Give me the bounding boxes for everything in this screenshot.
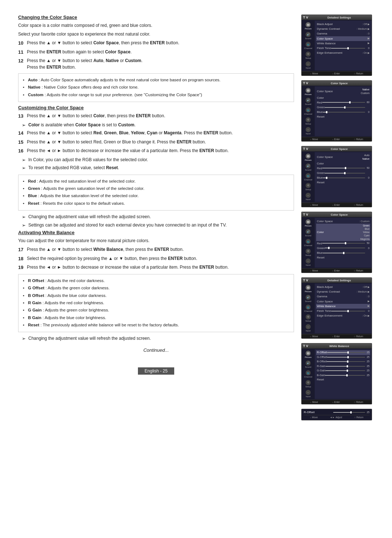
bullet-reset: • Reset : Resets the color space to the …: [23, 200, 289, 207]
right-panels: T V Detailed Settings 🖼 Picture 🔊 Sound …: [301, 15, 374, 420]
section-title-color-space: Changing the Color Space: [18, 15, 294, 20]
section-white-balance: Activating White Balance You can adjust …: [18, 230, 294, 342]
row-edge-enhancement-5: Edge Enhancement : On ▶: [316, 313, 370, 318]
row-green-2: Green: [316, 105, 370, 110]
wb-intro: You can adjust the color temperature for…: [18, 237, 294, 244]
tv-sidebar-3: 🖼 Picture 🔊 Sound 📺 Channel ⚙ Setup: [302, 152, 315, 202]
bullet-r-offset: • R Offset : Adjusts the red color darkn…: [23, 277, 289, 284]
row-flesh-tone-5: Flesh Tone 0: [316, 309, 370, 313]
arrow-reset-rgb: ➢ To reset the adjusted RGB value, selec…: [22, 164, 294, 172]
row-green-3: Green: [316, 171, 370, 175]
tv-sidebar-6: 🖼 Picture 🔊 Sound 📺 Channel ⚙ Setup: [302, 349, 315, 399]
row-b-gain: B-Gain 25: [316, 373, 370, 378]
panel-title-4: Color Space: [331, 213, 348, 216]
bullet-blue: • Blue : Adjusts the blue saturation lev…: [23, 192, 289, 199]
step-18: 18 Select the required option by pressin…: [18, 255, 294, 262]
row-flesh-tone-1: Flesh Tone 0: [316, 46, 370, 50]
sidebar-input-4: ↔ Input: [302, 258, 315, 267]
bullet-custom: • Custom : Adjusts the color range to su…: [23, 91, 289, 98]
sidebar-picture-2: 🖼 Picture: [302, 87, 315, 96]
panel-detailed-settings-2: T V Detailed Settings 🖼 Picture 🔊 Sound …: [301, 277, 372, 339]
row-color-4: Color Green Blue Yellow Cyan Magenta: [316, 224, 370, 241]
panel-color-space-native: T V Color Space 🖼 Picture 🔊 Sound 📺: [301, 80, 372, 142]
row-reset-3: Reset: [316, 180, 370, 185]
mini-label: R-Offset: [304, 411, 315, 414]
row-reset-4: Reset: [316, 255, 370, 260]
section-title-customizing: Customizing the Color Space: [18, 105, 294, 110]
tv-main-2: Color Space Native Custom Color Red: [315, 86, 372, 136]
color-space-intro1: Color space is a color matrix composed o…: [18, 22, 294, 29]
panel-white-balance: T V White Balance 🖼 Picture 🔊 Sound 📺: [301, 343, 372, 404]
bullet-g-offset: • G Offset : Adjusts the green color dar…: [23, 285, 289, 291]
tv-sidebar-2: 🖼 Picture 🔊 Sound 📺 Channel ⚙ Setup: [302, 86, 315, 136]
tv-logo-6: T V: [303, 344, 308, 348]
row-reset-wb: Reset: [316, 378, 370, 382]
tv-logo-4: T V: [303, 213, 308, 216]
step-15: 15 Press the ▲ or ▼ button to select Red…: [18, 139, 294, 146]
row-reset-2: Reset: [316, 114, 370, 119]
row-b-offset: B-Offset 25: [316, 359, 370, 364]
sidebar-input-1: ↔ Input: [302, 61, 315, 70]
bullet-green: • Green : Adjusts the green saturation l…: [23, 185, 289, 192]
row-dynamic-contrast-1: Dynamic Contrast : Medium ▶: [316, 27, 370, 31]
page-container: Changing the Color Space Color space is …: [18, 15, 374, 420]
panel-title-5: Detailed Settings: [327, 279, 351, 282]
step-17: 17 Press the ▲ or ▼ button to select Whi…: [18, 246, 294, 253]
color-space-intro2: Select your favorite color space to expe…: [18, 31, 294, 37]
sidebar-sound-4: 🔊 Sound: [302, 228, 315, 237]
step-16: 16 Press the ◄ or ► button to decrease o…: [18, 147, 294, 155]
bullet-r-gain: • R Gain : Adjusts the red color brightn…: [23, 299, 289, 306]
panel-detailed-settings-1: T V Detailed Settings 🖼 Picture 🔊 Sound …: [301, 15, 372, 76]
row-color-space-1: Color Space ▶: [316, 36, 370, 41]
tv-logo-1: T V: [303, 16, 308, 19]
section-color-space: Changing the Color Space Color space is …: [18, 15, 294, 102]
step-10: 10 Press the ▲ or ▼ button to select Col…: [18, 40, 294, 47]
tv-footer-6: ⬦Move ⬦Enter ○Return: [302, 400, 372, 404]
tv-main-1: Black Adjust : Off ▶ Dynamic Contrast : …: [315, 21, 372, 70]
wb-note: ➢ Changing the adjustment value will ref…: [22, 335, 294, 342]
row-cs-label-2: Color Space Native Custom: [316, 87, 370, 95]
tv-footer-5: ⬦Move ⬦Enter ○Return: [302, 334, 372, 338]
customizing-bullets: • Red : Adjusts the red saturation level…: [18, 175, 294, 211]
note-settings: ➢ Settings can be adjusted and stored fo…: [22, 222, 294, 229]
row-cs-label-3: Color Space Auto Native: [316, 153, 370, 161]
continued-text: Continued...: [18, 347, 294, 353]
panel-color-space-custom: T V Color Space 🖼 Picture 🔊 Sound 📺: [301, 212, 372, 273]
bullet-native: • Native : Native Color Space offers dee…: [23, 84, 289, 90]
row-black-adjust-1: Black Adjust : Off ▶: [316, 22, 370, 27]
row-red-4: Red 50: [316, 241, 370, 246]
sidebar-sound-1: 🔊 Sound: [302, 31, 315, 40]
sidebar-channel-4: 📺 Channel: [302, 238, 315, 247]
sidebar-input-3: ↔ Input: [302, 192, 315, 201]
row-white-balance-5: White Balance ▶: [316, 304, 370, 309]
sidebar-picture-3: 🖼 Picture: [302, 153, 315, 162]
sidebar-input-2: ↔ Input: [302, 126, 315, 135]
note-refresh: ➢ Changing the adjustment value will ref…: [22, 213, 294, 221]
row-dynamic-contrast-5: Dynamic Contrast : Medium ▶: [316, 289, 370, 294]
row-blue-3: Blue 0: [316, 175, 370, 180]
row-g-offset: G-Offset 25: [316, 355, 370, 360]
section-title-wb: Activating White Balance: [18, 230, 294, 235]
tv-sidebar-4: 🖼 Picture 🔊 Sound 📺 Channel ⚙ Setup: [302, 218, 315, 268]
row-green-4: Green 0: [316, 246, 370, 250]
bullet-b-offset: • B Offset : Adjusts the blue color dark…: [23, 292, 289, 299]
sidebar-sound-5: 🔊 Sound: [302, 294, 315, 303]
sidebar-sound-2: 🔊 Sound: [302, 97, 315, 106]
arrow-in-color: ➢ In Color, you can adjust the RGB value…: [22, 156, 294, 164]
panel-title-2: Color Space: [331, 82, 348, 85]
sidebar-setup-4: ⚙ Setup: [302, 248, 315, 257]
wb-bullets: • R Offset : Adjusts the red color darkn…: [18, 274, 294, 333]
row-gamma-1: Gamma : 0: [316, 31, 370, 36]
row-color-3: Color: [316, 161, 370, 166]
left-content: Changing the Color Space Color space is …: [18, 15, 294, 420]
sidebar-setup-6: ⚙ Setup: [302, 379, 315, 388]
bullet-auto: • Auto : Auto Color Space automatically …: [23, 77, 289, 83]
step-19: 19 Press the ◄ or ► button to decrease o…: [18, 264, 294, 271]
sidebar-picture-1: 🖼 Picture: [302, 21, 315, 30]
step-13: 13 Press the ▲ or ▼ button to select Col…: [18, 113, 294, 120]
tv-logo-3: T V: [303, 147, 308, 151]
row-blue-4: Blue: [316, 250, 370, 255]
sidebar-setup-5: ⚙ Setup: [302, 314, 315, 323]
row-white-balance-1: White Balance ▶: [316, 41, 370, 46]
sidebar-setup-2: ⚙ Setup: [302, 117, 315, 126]
